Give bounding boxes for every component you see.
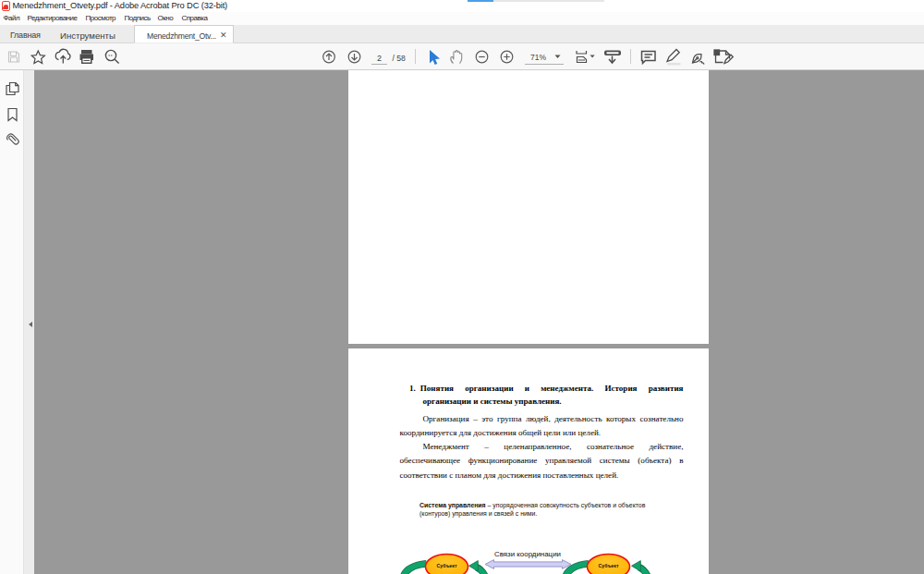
svg-text:Субъект: Субъект: [598, 563, 618, 568]
svg-text:71%: 71%: [530, 53, 546, 62]
svg-text:2: 2: [377, 54, 382, 63]
svg-text:/ 58: / 58: [393, 54, 407, 63]
svg-text:Субъект: Субъект: [436, 563, 456, 568]
